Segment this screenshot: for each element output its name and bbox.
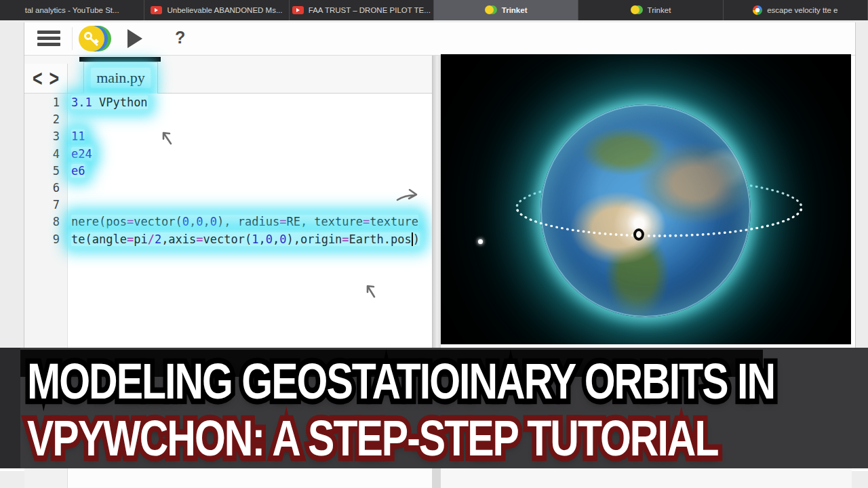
line-number: 6 xyxy=(24,180,60,197)
trinket-logo-icon[interactable] xyxy=(79,26,111,52)
prev-file-button[interactable]: < xyxy=(33,67,43,90)
satellite-dot xyxy=(478,239,483,244)
caption-left-strip xyxy=(0,348,20,468)
browser-tab-title: escape velocity tte e xyxy=(767,6,837,14)
youtube-icon xyxy=(292,6,304,14)
line-numbers: 123456789 xyxy=(24,94,60,248)
cursor-arrow-icon xyxy=(362,281,380,300)
browser-tab[interactable]: FAA TRUST – DRONE PILOT TE... xyxy=(290,0,434,20)
curved-arrow-icon xyxy=(395,186,420,205)
menu-icon[interactable] xyxy=(37,30,60,47)
cyan-highlight: 3.1 VPython xyxy=(71,96,148,109)
cyan-highlight: nere(pos=vector(0,0,0), radius=RE, textu… xyxy=(71,215,418,228)
cyan-highlight: e6 xyxy=(71,164,85,178)
line-number: 2 xyxy=(24,111,60,128)
cyan-highlight: 11 xyxy=(71,129,85,143)
help-button[interactable]: ? xyxy=(175,28,185,47)
code-line: e6 xyxy=(71,163,432,180)
code-line: te(angle=pi/2,axis=vector(1,0,0),origin=… xyxy=(71,231,432,248)
next-file-button[interactable]: > xyxy=(50,67,60,90)
trinket-icon xyxy=(631,5,643,15)
vpython-canvas[interactable] xyxy=(441,54,851,344)
key-icon xyxy=(83,30,100,48)
browser-tab[interactable]: Trinket xyxy=(578,0,723,20)
code-line xyxy=(71,180,432,197)
browser-tab[interactable]: tal analytics - YouTube St... xyxy=(0,0,144,20)
browser-tab-title: Trinket xyxy=(502,6,528,14)
thumbnail-caption: MODELING GEOSTATIOINARY ORBITS IN MODELI… xyxy=(0,348,868,468)
trinket-toolbar xyxy=(24,22,855,56)
cursor-arrow-icon xyxy=(158,127,176,146)
code-line: nere(pos=vector(0,0,0), radius=RE, textu… xyxy=(71,214,432,230)
browser-tab-bar: tal analytics - YouTube St...Unbelievabl… xyxy=(0,0,868,20)
line-number: 8 xyxy=(24,214,60,230)
line-number: 7 xyxy=(24,197,60,214)
code-line: e24 xyxy=(71,146,432,163)
code-line: 11 xyxy=(71,128,432,145)
code-lines: 3.1 VPython11e24e6nere(pos=vector(0,0,0)… xyxy=(71,94,432,248)
orbit-center-marker xyxy=(633,228,644,241)
browser-tab[interactable]: escape velocity tte e xyxy=(724,0,868,20)
browser-tab-title: tal analytics - YouTube St... xyxy=(25,6,119,14)
line-number: 9 xyxy=(24,231,60,248)
line-number: 5 xyxy=(24,163,60,180)
line-number: 1 xyxy=(24,94,60,111)
browser-tab-title: FAA TRUST – DRONE PILOT TE... xyxy=(309,6,431,14)
toolbar-divider xyxy=(72,27,73,50)
browser-tab-title: Trinket xyxy=(648,6,671,14)
file-tab-label: main.py xyxy=(91,68,151,88)
line-number: 3 xyxy=(24,128,60,145)
cyan-highlight: e24 xyxy=(71,147,92,161)
tab-top-bar xyxy=(79,57,161,62)
caption-line-1-fill: MODELING GEOSTATIOINARY ORBITS IN xyxy=(27,352,774,411)
code-line xyxy=(71,111,432,128)
run-button[interactable] xyxy=(127,29,142,48)
file-tab-mainpy[interactable]: main.py xyxy=(83,62,158,94)
cyan-highlight: te(angle=pi/2,axis=vector(1,0,0),origin=… xyxy=(71,232,420,246)
line-number: 4 xyxy=(24,146,60,163)
caption-line-2-fill: VPYWCHON: A STEP-STEP TUTORIAL xyxy=(27,409,717,468)
code-line: 3.1 VPython xyxy=(71,94,432,111)
google-icon xyxy=(753,5,762,15)
code-line xyxy=(71,197,432,214)
browser-tab-title: Unbelievable ABANDONED Ms... xyxy=(167,6,282,14)
browser-tab[interactable]: Unbelievable ABANDONED Ms... xyxy=(144,0,289,20)
youtube-icon xyxy=(151,6,162,14)
trinket-icon xyxy=(485,5,497,15)
file-nav: < > xyxy=(24,64,68,94)
browser-tab[interactable]: Trinket xyxy=(434,0,578,20)
page: tal analytics - YouTube St...Unbelievabl… xyxy=(0,0,868,488)
page-bottom-strip xyxy=(0,468,868,488)
editor-scrollbar[interactable] xyxy=(432,56,441,348)
